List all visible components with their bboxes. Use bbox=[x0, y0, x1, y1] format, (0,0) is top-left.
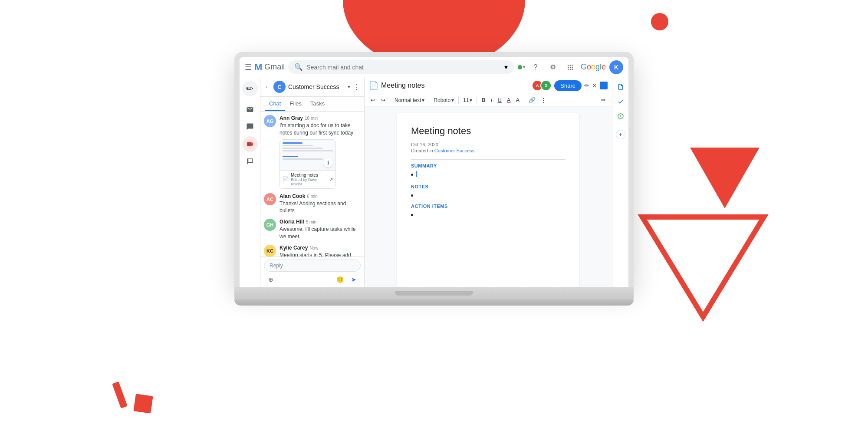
avatar: AG bbox=[264, 115, 276, 127]
font-label: Roboto bbox=[434, 97, 450, 103]
text-style-label: Normal text bbox=[395, 97, 421, 103]
reply-input[interactable]: Reply bbox=[264, 260, 361, 272]
redo-button[interactable]: ↪ bbox=[379, 96, 387, 104]
tab-tasks[interactable]: Tasks bbox=[306, 97, 329, 111]
sidebar-item-mail[interactable] bbox=[242, 102, 258, 117]
doc-content: Meeting notes Oct 16, 2020 Created in Cu… bbox=[365, 106, 612, 287]
notes-label: NOTES bbox=[411, 184, 566, 189]
doc-line bbox=[283, 142, 302, 144]
user-avatar[interactable]: K bbox=[609, 60, 623, 74]
action-items-bullet bbox=[411, 211, 566, 216]
google-logo: Google bbox=[581, 62, 606, 72]
left-sidebar: ✏ bbox=[240, 77, 260, 287]
settings-icon-btn[interactable]: ⚙ bbox=[546, 60, 560, 74]
bold-button[interactable]: B bbox=[480, 96, 487, 104]
message-time: 5 min bbox=[306, 220, 316, 224]
avatar: GH bbox=[264, 219, 276, 231]
doc-card[interactable]: ℹ 📄 Meeting notes Edited by Dave Knight bbox=[279, 139, 336, 189]
sidebar-calendar-icon[interactable] bbox=[615, 110, 627, 122]
back-button[interactable]: ← bbox=[265, 83, 271, 90]
chevron-down-icon: ▾ bbox=[451, 97, 454, 103]
doc-blue-accent bbox=[600, 82, 608, 89]
document-title: Meeting notes bbox=[381, 82, 425, 89]
channel-dropdown-icon[interactable]: ▾ bbox=[348, 84, 350, 90]
gmail-m-logo: M bbox=[254, 62, 262, 73]
help-icon-btn[interactable]: ? bbox=[529, 60, 542, 74]
link-button[interactable]: 🔗 bbox=[527, 96, 537, 104]
doc-page: Meeting notes Oct 16, 2020 Created in Cu… bbox=[397, 113, 579, 287]
search-bar[interactable]: 🔍 ▾ bbox=[288, 60, 514, 74]
doc-preview: ℹ bbox=[280, 140, 335, 170]
sidebar-add-button[interactable]: + bbox=[616, 130, 625, 139]
svg-point-11 bbox=[572, 66, 573, 68]
text-color-button[interactable]: A bbox=[505, 96, 513, 104]
gdocs-icon: 📄 bbox=[369, 81, 378, 90]
collaborators-avatars: A G bbox=[532, 80, 552, 91]
text-style-dropdown[interactable]: Normal text ▾ bbox=[393, 96, 426, 104]
apps-icon-btn[interactable] bbox=[563, 60, 577, 74]
font-dropdown[interactable]: Roboto ▾ bbox=[432, 96, 456, 104]
gmail-wordmark: Gmail bbox=[264, 62, 285, 72]
doc-page-title: Meeting notes bbox=[411, 125, 566, 137]
svg-point-8 bbox=[572, 65, 573, 66]
gmail-logo-area: ☰ M Gmail bbox=[245, 62, 285, 73]
svg-point-10 bbox=[570, 66, 571, 68]
underline-button[interactable]: U bbox=[496, 96, 503, 104]
svg-rect-4 bbox=[112, 381, 128, 408]
doc-editor-panel: 📄 Meeting notes A G Share ✏ ✕ bbox=[365, 77, 612, 287]
message-text: I'm starting a doc for us to take notes … bbox=[279, 122, 361, 137]
toolbar-divider bbox=[524, 97, 524, 104]
doc-created-in: Created in Customer Success bbox=[411, 148, 566, 153]
doc-toolbar: 📄 Meeting notes A G Share ✏ ✕ bbox=[365, 77, 612, 94]
tab-chat[interactable]: Chat bbox=[265, 97, 285, 111]
laptop-screen-outer: ☰ M Gmail 🔍 ▾ ▾ ? ⚙ bbox=[234, 52, 634, 287]
font-size-dropdown[interactable]: 11 ▾ bbox=[461, 96, 474, 104]
compose-button[interactable]: ✏ bbox=[242, 81, 258, 96]
list-item: GH Gloria Hill 5 min Awesome. I'll captu… bbox=[264, 219, 361, 240]
edit-icon[interactable]: ✏ bbox=[584, 82, 589, 89]
search-dropdown-icon[interactable]: ▾ bbox=[504, 63, 508, 71]
message-header: Ann Gray 10 min bbox=[279, 115, 361, 121]
sidebar-item-more[interactable] bbox=[242, 154, 258, 169]
channel-more-icon[interactable]: ⋮ bbox=[353, 83, 360, 91]
channel-avatar: C bbox=[273, 81, 286, 93]
laptop-foot bbox=[234, 299, 634, 306]
close-document-button[interactable]: ✕ bbox=[592, 82, 597, 89]
text-cursor bbox=[416, 171, 417, 177]
right-sidebar: + bbox=[612, 77, 628, 287]
bullet-dot bbox=[411, 214, 413, 216]
chat-tabs: Chat Files Tasks bbox=[260, 97, 364, 112]
doc-date: Oct 16, 2020 bbox=[411, 142, 566, 147]
add-emoji-icon[interactable]: ⊕ bbox=[266, 274, 276, 285]
send-icon[interactable]: ➤ bbox=[349, 274, 359, 285]
sidebar-item-meet[interactable] bbox=[242, 136, 258, 152]
sidebar-divider bbox=[616, 126, 625, 126]
menu-icon[interactable]: ☰ bbox=[245, 62, 252, 72]
undo-button[interactable]: ↩ bbox=[369, 96, 377, 104]
doc-line bbox=[283, 148, 323, 149]
toolbar-divider bbox=[477, 97, 477, 104]
highlight-button[interactable]: A bbox=[514, 96, 522, 104]
doc-open-button[interactable]: ↗ bbox=[329, 177, 333, 182]
more-options-button[interactable]: ⋮ bbox=[539, 96, 548, 104]
tab-files[interactable]: Files bbox=[285, 97, 306, 111]
sidebar-check-icon[interactable] bbox=[615, 95, 627, 108]
avatar: AC bbox=[264, 193, 276, 205]
status-dot-green bbox=[518, 65, 522, 69]
sidebar-docs-icon[interactable] bbox=[615, 81, 627, 93]
message-sender: Ann Gray bbox=[279, 115, 303, 121]
gmail-header: ☰ M Gmail 🔍 ▾ ▾ ? ⚙ bbox=[240, 57, 628, 77]
italic-button[interactable]: I bbox=[489, 96, 494, 104]
message-time: 6 min bbox=[307, 194, 317, 199]
message-time: 10 min bbox=[305, 116, 318, 121]
doc-line bbox=[283, 150, 333, 151]
share-button[interactable]: Share bbox=[554, 80, 582, 91]
svg-point-7 bbox=[570, 65, 571, 66]
chevron-down-icon: ▾ bbox=[422, 97, 424, 103]
created-in-link[interactable]: Customer Success bbox=[434, 148, 474, 153]
edit-mode-button[interactable]: ✏ bbox=[599, 96, 608, 104]
sidebar-item-chat[interactable] bbox=[242, 119, 258, 135]
emoji-icon[interactable]: 🙂 bbox=[335, 274, 345, 285]
message-time: Now bbox=[309, 246, 318, 250]
search-input[interactable] bbox=[306, 64, 501, 71]
